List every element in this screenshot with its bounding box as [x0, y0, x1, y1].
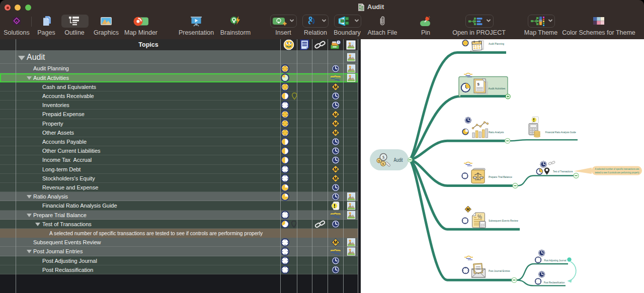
svg-text:Audit: Audit: [394, 157, 403, 163]
svg-text:Subsequent Events Review: Subsequent Events Review: [489, 219, 518, 222]
svg-text:Post Adjusting Journal: Post Adjusting Journal: [544, 259, 566, 262]
svg-text:Ratio Analysis: Ratio Analysis: [489, 130, 504, 134]
svg-text:Financial Ratio Analysis Guide: Financial Ratio Analysis Guide: [545, 131, 576, 134]
svg-text:Audit Activities: Audit Activities: [489, 86, 506, 90]
svg-text:Post Journal Entries: Post Journal Entries: [489, 269, 510, 272]
svg-text:Prepare Trial Balance: Prepare Trial Balance: [489, 175, 512, 178]
svg-text:A selected number of specific: A selected number of specific transactio…: [595, 167, 639, 170]
svg-text:Post Reclassification: Post Reclassification: [544, 281, 565, 284]
svg-text:Test of Transactions: Test of Transactions: [553, 170, 573, 173]
svg-text:Audit Planning: Audit Planning: [489, 42, 504, 45]
svg-text:%: %: [477, 214, 482, 220]
svg-text:tested to see if controls are: tested to see if controls are performing…: [595, 171, 639, 174]
svg-text:$: $: [477, 82, 480, 86]
svg-text:$: $: [382, 155, 384, 160]
